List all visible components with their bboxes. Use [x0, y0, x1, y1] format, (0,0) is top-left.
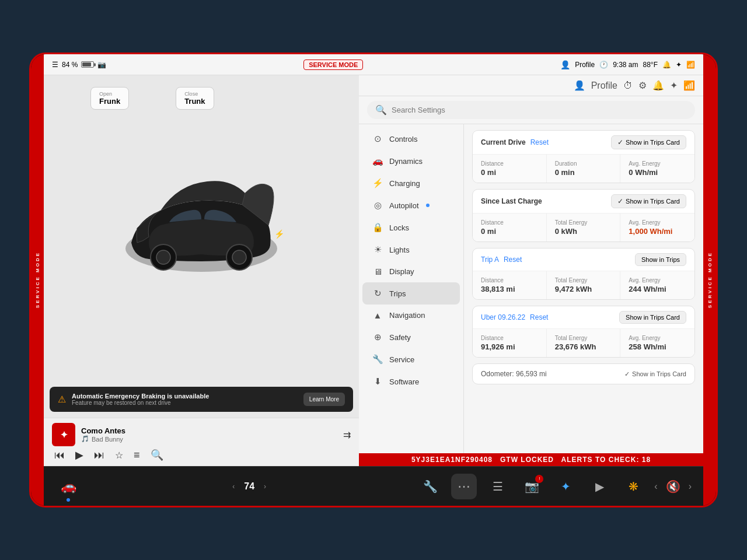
right-panel: 👤 Profile ⏱ ⚙ 🔔 ✦ 📶 🔍: [359, 75, 703, 466]
search-input-wrap[interactable]: 🔍: [367, 101, 695, 119]
menu-icon[interactable]: ☰: [52, 61, 58, 69]
controls-label: Controls: [389, 135, 417, 144]
car-taskbar-button[interactable]: 🚗: [55, 474, 81, 499]
since-last-charge-avg-energy-value: 1,000 Wh/mi: [629, 227, 686, 236]
music-info: ✦ Como Antes 🎵 Bad Bunny ⇉: [52, 423, 351, 446]
nav-item-controls[interactable]: ⊙ Controls: [362, 128, 460, 150]
since-last-charge-distance-label: Distance: [481, 219, 538, 226]
odometer-label: Odometer: [481, 370, 512, 378]
since-last-charge-title: Since Last Charge: [481, 197, 542, 205]
nav-item-safety[interactable]: ⊕ Safety: [362, 326, 460, 348]
nav-item-autopilot[interactable]: ◎ Autopilot: [362, 194, 460, 216]
vin-display: 5YJ3E1EA1NF290408: [411, 456, 493, 464]
tool-taskbar-button[interactable]: 🔧: [417, 474, 443, 499]
uber-section: Uber 09.26.22 Reset Show in Trips Card D…: [472, 306, 695, 358]
bluetooth-icon[interactable]: ✦: [676, 61, 682, 69]
list-taskbar-button[interactable]: ☰: [485, 474, 511, 499]
bluetooth-taskbar-button[interactable]: ✦: [553, 474, 578, 499]
media-taskbar-button[interactable]: ▶: [587, 474, 612, 499]
settings-icon[interactable]: ⚙: [638, 80, 647, 91]
current-drive-energy-cell: Avg. Energy 0 Wh/mi: [620, 155, 694, 183]
next-track-button[interactable]: ⏭: [94, 449, 104, 461]
uber-show-trips-button[interactable]: Show in Trips Card: [619, 311, 686, 324]
trip-a-title[interactable]: Trip A: [481, 256, 499, 264]
equalizer-button[interactable]: ≡: [134, 449, 140, 461]
favorite-button[interactable]: ⇉: [343, 429, 351, 440]
trip-a-header-left: Trip A Reset: [481, 256, 522, 264]
current-drive-check-icon: ✓: [617, 138, 623, 146]
nav-item-software[interactable]: ⬇ Software: [362, 370, 460, 393]
odometer-show-label: Show in Trips Card: [632, 370, 686, 377]
nav-item-locks[interactable]: 🔒 Locks: [362, 216, 460, 239]
nav-item-lights[interactable]: ☀ Lights: [362, 239, 460, 261]
learn-more-button[interactable]: Learn More: [303, 393, 345, 406]
right-arrow-button[interactable]: ›: [689, 481, 692, 492]
profile-header-label[interactable]: Profile: [591, 80, 617, 91]
current-drive-reset[interactable]: Reset: [530, 138, 549, 146]
nav-item-navigation[interactable]: ▲ Navigation: [362, 304, 460, 326]
trip-a-avg-energy-label: Avg. Energy: [629, 277, 686, 284]
camera-taskbar-button[interactable]: 📷 !: [519, 474, 544, 499]
nav-item-display[interactable]: 🖥 Display: [362, 261, 460, 282]
warning-banner: ⚠ Automatic Emergency Braking is unavail…: [50, 387, 353, 412]
trip-a-reset[interactable]: Reset: [504, 256, 522, 264]
since-last-charge-distance-value: 0 mi: [481, 227, 538, 236]
current-drive-show-trips-button[interactable]: ✓ Show in Trips Card: [611, 135, 686, 149]
volume-icon[interactable]: 🔇: [666, 480, 680, 494]
nav-item-trips[interactable]: ↻ Trips: [362, 282, 460, 304]
current-drive-distance-cell: Distance 0 mi: [473, 155, 547, 183]
bell-icon[interactable]: 🔔: [662, 61, 671, 69]
bell-header-icon[interactable]: 🔔: [652, 80, 664, 91]
warning-text: Automatic Emergency Braking is unavailab…: [72, 393, 209, 406]
since-last-charge-header-left: Since Last Charge: [481, 197, 542, 205]
two-col-layout: Open Frunk Close Trunk: [44, 75, 703, 466]
apps-taskbar-button[interactable]: ❋: [620, 474, 646, 499]
display-icon: 🖥: [372, 267, 383, 276]
since-last-charge-avg-energy-label: Avg. Energy: [629, 219, 686, 226]
since-last-charge-energy-cell: Total Energy 0 kWh: [547, 214, 621, 242]
frunk-button[interactable]: Open Frunk: [90, 87, 129, 110]
screen: SERVICE MODE SERVICE MODE ☰ 84 % 📷 SERVI…: [29, 52, 718, 508]
current-drive-duration-value: 0 min: [555, 168, 612, 177]
service-mode-left-border: SERVICE MODE: [31, 54, 44, 506]
current-drive-section: Current Drive Reset ✓ Show in Trips Card: [472, 130, 695, 183]
temp-up-button[interactable]: ›: [264, 482, 266, 491]
profile-label[interactable]: Profile: [575, 61, 595, 69]
since-last-charge-show-trips-button[interactable]: ✓ Show in Trips Card: [611, 194, 686, 208]
music-player: ✦ Como Antes 🎵 Bad Bunny ⇉ ⏮: [44, 418, 359, 466]
bluetooth-header-icon[interactable]: ✦: [670, 80, 678, 91]
temp-down-button[interactable]: ‹: [232, 482, 235, 491]
odometer-text: Odometer: 96,593 mi: [481, 370, 547, 378]
uber-title[interactable]: Uber 09.26.22: [481, 313, 525, 321]
safety-icon: ⊕: [372, 332, 383, 342]
current-drive-duration-cell: Duration 0 min: [547, 155, 621, 183]
nav-item-charging[interactable]: ⚡ Charging: [362, 172, 460, 194]
dots-taskbar-button[interactable]: ⋯: [451, 474, 477, 499]
trip-a-distance-value: 38,813 mi: [481, 285, 538, 293]
uber-header-left: Uber 09.26.22 Reset: [481, 313, 548, 321]
nav-item-dynamics[interactable]: 🚗 Dynamics: [362, 150, 460, 172]
left-arrow-button[interactable]: ‹: [654, 481, 657, 492]
signal-icon: 📶: [686, 61, 695, 69]
trip-a-show-trips-button[interactable]: Show in Trips: [635, 253, 686, 266]
current-drive-title: Current Drive: [481, 138, 526, 146]
odometer-show-trips-button[interactable]: ✓ Show in Trips Card: [624, 370, 686, 378]
cam-icon[interactable]: 📷: [97, 61, 106, 69]
locks-label: Locks: [389, 223, 409, 232]
nav-item-service[interactable]: 🔧 Service: [362, 348, 460, 370]
profile-header-icon[interactable]: 👤: [574, 80, 585, 91]
battery-bar: [81, 61, 94, 68]
service-icon: 🔧: [372, 354, 383, 365]
trunk-button[interactable]: Close Trunk: [176, 87, 214, 110]
search-music-button[interactable]: 🔍: [151, 449, 163, 461]
uber-reset[interactable]: Reset: [530, 313, 548, 321]
search-input[interactable]: [392, 106, 687, 114]
profile-icon[interactable]: 👤: [560, 60, 570, 69]
play-button[interactable]: ▶: [75, 449, 83, 461]
trip-a-total-energy-label: Total Energy: [555, 277, 612, 284]
prev-track-button[interactable]: ⏮: [54, 449, 65, 461]
trip-a-avg-energy-value: 244 Wh/mi: [629, 285, 686, 293]
trip-a-show-label: Show in Trips: [641, 256, 680, 263]
dynamics-label: Dynamics: [389, 157, 423, 166]
like-button[interactable]: ☆: [115, 450, 123, 461]
